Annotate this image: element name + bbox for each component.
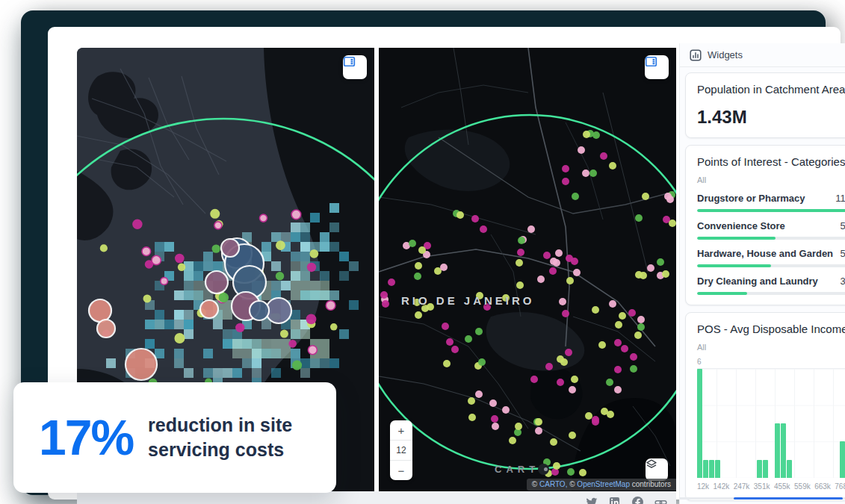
facebook-icon — [631, 496, 644, 504]
income-widget-card: POS - Avg Disposable Income All 6 12k142… — [685, 312, 845, 501]
poi-progress-fill — [697, 209, 845, 212]
poi-category-value: 56 — [841, 248, 845, 259]
income-histogram: 6 12k142k247k351k455k559k663k768k — [697, 358, 845, 491]
layers-icon — [646, 458, 657, 470]
histogram-bar[interactable] — [715, 460, 720, 478]
poi-row[interactable]: Convenience Store 59 — [697, 220, 845, 240]
x-tick-label: 12k — [697, 482, 709, 491]
widgets-title: Widgets — [708, 49, 743, 60]
histogram-bar[interactable] — [697, 369, 702, 478]
poi-progress-track — [697, 264, 845, 267]
carto-watermark-text: CART — [495, 464, 539, 475]
poi-progress-fill — [697, 264, 771, 267]
twitter-icon — [586, 497, 598, 504]
x-tick-label: 351k — [754, 482, 770, 491]
poi-widget-title: Points of Interest - Categories — [697, 155, 845, 168]
histogram-bar[interactable] — [703, 460, 708, 478]
widget-cards: Population in Catchment Areas 1.43M Poin… — [680, 67, 845, 501]
population-value: 1.43M — [697, 107, 845, 128]
population-widget-title: Population in Catchment Areas — [697, 83, 845, 96]
map-right-rio[interactable]: RIO DE JANEIRO + 12 − — [379, 48, 676, 491]
zoom-out-button[interactable]: − — [390, 460, 412, 480]
stat-callout-card: 17% reduction in site servicing costs — [13, 382, 336, 493]
poi-category-label: Hardware, House and Garden — [697, 248, 833, 259]
carto-watermark: CART — [495, 464, 549, 475]
histogram-bar[interactable] — [757, 460, 762, 478]
widgets-header: Widgets — [680, 43, 845, 67]
poi-category-label: Drugstore or Pharmacy — [697, 193, 805, 204]
x-tick-label: 559k — [794, 482, 811, 491]
poi-row[interactable]: Hardware, House and Garden 56 — [697, 248, 845, 267]
twitter-share-button[interactable] — [585, 496, 598, 504]
link-icon — [654, 496, 667, 504]
split-view-button-left[interactable] — [343, 55, 367, 79]
attribution-suffix: contributors — [632, 480, 671, 488]
poi-widget-card: Points of Interest - Categories All Drug… — [685, 145, 845, 305]
linkedin-icon — [609, 497, 620, 504]
stat-value: 17% — [39, 413, 133, 462]
x-tick-label: 247k — [734, 482, 750, 491]
split-view-icon — [343, 55, 356, 68]
poi-category-label: Convenience Store — [697, 220, 785, 231]
histogram-bar[interactable] — [709, 460, 714, 478]
x-tick-label: 455k — [774, 482, 790, 491]
copyright-symbol: © — [569, 480, 575, 488]
x-tick-label: 768k — [835, 482, 845, 491]
poi-category-value: 116 — [835, 193, 845, 204]
map-canvas-right[interactable] — [379, 48, 676, 491]
histogram-bar[interactable] — [763, 460, 768, 478]
map-attribution: © CARTO, © OpenStreetMap contributors — [527, 479, 676, 491]
poi-row[interactable]: Dry Cleaning and Laundry 38 — [697, 276, 845, 295]
split-view-button-right[interactable] — [645, 55, 669, 79]
zoom-in-button[interactable]: + — [390, 420, 412, 440]
widgets-icon — [690, 49, 702, 61]
histogram-bars[interactable] — [697, 369, 845, 478]
carto-attribution-link[interactable]: CARTO, — [539, 480, 567, 488]
poi-category-value: 59 — [841, 220, 845, 231]
poi-row[interactable]: Drugstore or Pharmacy 116 — [697, 193, 845, 212]
histogram-bar[interactable] — [781, 423, 786, 478]
income-filter-label: All — [697, 343, 845, 352]
poi-filter-label: All — [697, 175, 845, 184]
sidebar-scrollbar-thumb[interactable] — [734, 497, 843, 500]
facebook-share-button[interactable] — [631, 496, 644, 504]
zoom-control[interactable]: + 12 − — [390, 420, 412, 480]
x-axis-tick-labels: 12k142k247k351k455k559k663k768k — [697, 482, 845, 491]
poi-category-value: 38 — [841, 276, 845, 287]
carto-watermark-dot-icon — [538, 464, 549, 475]
city-label: RIO DE JANEIRO — [401, 294, 535, 307]
poi-category-label: Dry Cleaning and Laundry — [697, 276, 818, 287]
histogram-bar[interactable] — [840, 441, 845, 478]
zoom-level: 12 — [390, 440, 412, 460]
sidebar-scrollbar[interactable] — [680, 497, 845, 500]
split-view-icon — [645, 55, 657, 68]
poi-progress-track — [697, 209, 845, 212]
poi-progress-track — [697, 237, 845, 240]
poi-progress-fill — [697, 237, 776, 240]
basemap-layers-button[interactable] — [646, 458, 668, 481]
histogram-bar[interactable] — [775, 423, 780, 478]
x-tick-label: 142k — [714, 482, 730, 491]
y-axis-max-label: 6 — [697, 358, 845, 366]
histogram-bar[interactable] — [787, 460, 792, 478]
population-widget-card: Population in Catchment Areas 1.43M — [685, 72, 845, 138]
widgets-sidebar: Widgets Population in Catchment Areas 1.… — [679, 43, 845, 504]
poi-progress-track — [697, 292, 845, 295]
copyright-symbol: © — [532, 480, 537, 488]
share-bar — [77, 491, 676, 504]
stat-description: reduction in site servicing costs — [148, 413, 292, 462]
linkedin-share-button[interactable] — [608, 496, 621, 504]
stat-description-line2: servicing costs — [148, 438, 292, 462]
copy-link-button[interactable] — [654, 496, 667, 504]
income-widget-title: POS - Avg Disposable Income — [697, 323, 845, 335]
poi-progress-fill — [697, 292, 747, 295]
osm-attribution-link[interactable]: OpenStreetMap — [577, 480, 630, 488]
histogram-plot-area[interactable] — [697, 368, 845, 478]
x-tick-label: 663k — [814, 482, 831, 491]
stat-description-line1: reduction in site — [148, 413, 292, 438]
